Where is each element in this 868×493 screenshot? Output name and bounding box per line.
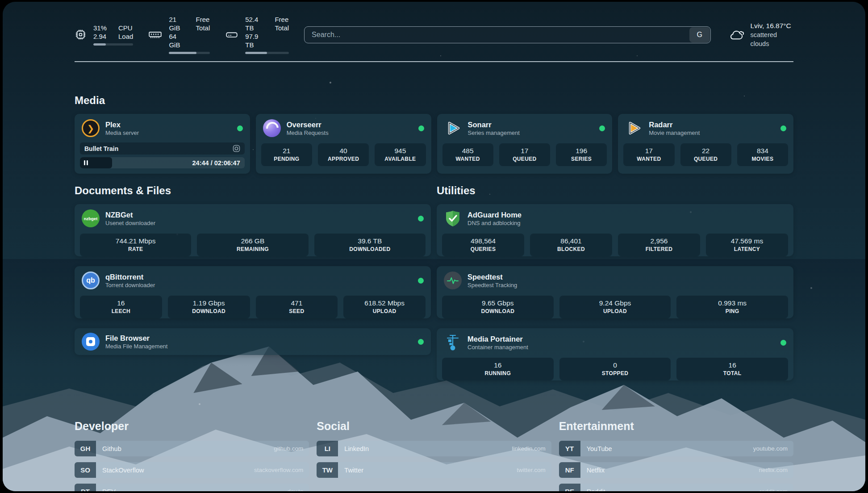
service-name: File Browser (105, 334, 167, 343)
service-card-adguard[interactable]: AdGuard Home DNS and adblocking 498,564 … (437, 204, 793, 256)
stat-box: 17 QUEUED (499, 143, 550, 166)
memory-free-label: Free (196, 15, 210, 24)
service-name: Media Portainer (467, 334, 528, 343)
cpu-load-value: 2.94 (93, 32, 107, 41)
bookmark-name: Twitter (338, 462, 363, 478)
service-card-sonarr[interactable]: Sonarr Series management 485 WANTED 17 Q… (437, 114, 613, 174)
top-bar: 31% 2.94 CPU Load 21 GiB (75, 2, 793, 54)
bookmark-url: linkedin.com (512, 441, 551, 456)
stat-box: 196 SERIES (556, 143, 607, 166)
service-card-speedtest[interactable]: Speedtest Speedtest Tracking 9.65 Gbps D… (437, 266, 793, 318)
bookmark-github[interactable]: GH Github github.com (75, 441, 309, 456)
stat-box: 16 LEECH (80, 296, 162, 318)
service-name: Sonarr (468, 120, 520, 129)
bookmark-name: StackOverflow (96, 462, 144, 478)
service-name: Radarr (649, 120, 700, 129)
bookmark-name: LinkedIn (338, 441, 369, 456)
bookmark-url: stackoverflow.com (254, 462, 309, 478)
bookmark-twitter[interactable]: TW Twitter twitter.com (317, 462, 551, 478)
stat-box: 2,956 FILTERED (618, 234, 700, 256)
radarr-icon (625, 119, 643, 137)
service-subtitle: Torrent downloader (105, 281, 155, 289)
stat-box: 16 RUNNING (442, 358, 554, 380)
stat-box: 834 MOVIES (737, 143, 788, 166)
now-playing-title: Bullet Train (84, 145, 118, 152)
status-dot-online (418, 125, 424, 131)
memory-total-label: Total (196, 24, 210, 32)
bookmark-group-developer: Developer GH Github github.com SO StackO… (75, 420, 309, 491)
service-name: AdGuard Home (467, 210, 522, 219)
stat-box: 1.19 Gbps DOWNLOAD (168, 296, 250, 318)
stat-box: 266 GB REMAINING (197, 234, 308, 256)
stat-box: 498,564 QUERIES (442, 234, 524, 256)
snow-specks (3, 2, 4, 3)
bookmark-name: DEV (96, 484, 116, 491)
disk-free-value: 52.4 TB (245, 15, 263, 32)
search-input[interactable] (304, 26, 711, 43)
plex-now-playing-row: Bullet Train (80, 142, 245, 155)
bookmark-url: youtube.com (753, 441, 793, 456)
service-card-filebrowser[interactable]: File Browser Media File Management (75, 328, 431, 355)
bookmark-group-entertainment: Entertainment YT YouTube youtube.com NF … (559, 420, 793, 491)
memory-progress-bar (169, 52, 210, 54)
service-subtitle: Usenet downloader (105, 219, 155, 227)
cpu-progress-bar (93, 43, 133, 46)
weather-location-temp: Lviv, 16.87°C (750, 21, 793, 30)
adguard-icon (444, 209, 462, 227)
media-cards-row: ❯ Plex Media server Bullet Train (75, 114, 793, 174)
bookmark-abbr: GH (75, 441, 96, 456)
section-title-entertainment: Entertainment (559, 420, 793, 433)
memory-icon (148, 29, 162, 41)
qbittorrent-icon: qb (82, 272, 100, 289)
service-card-nzbget[interactable]: nzbget NZBGet Usenet downloader 744.21 M… (75, 204, 431, 256)
plex-playback-progress-bar: 24:44 / 02:06:47 (80, 157, 245, 168)
bookmark-linkedin[interactable]: LI LinkedIn linkedin.com (317, 441, 551, 456)
cpu-values: 31% 2.94 (93, 24, 107, 41)
stat-box: 39.6 TB DOWNLOADED (314, 234, 426, 256)
service-name: NZBGet (105, 210, 155, 219)
service-card-qbittorrent[interactable]: qb qBittorrent Torrent downloader 16 LEE… (75, 266, 431, 318)
stat-box: 471 SEED (256, 296, 338, 318)
disk-progress-bar (245, 52, 289, 54)
bookmark-reddit[interactable]: RE Reddit reddit.com (559, 484, 793, 491)
playback-elapsed-fill (80, 157, 112, 168)
service-subtitle: Movie management (649, 129, 700, 137)
service-name: qBittorrent (105, 272, 155, 281)
filebrowser-icon (82, 333, 100, 351)
stat-box: 16 TOTAL (676, 358, 788, 380)
section-title-developer: Developer (75, 420, 309, 433)
disk-icon (225, 29, 238, 41)
stat-box: 485 WANTED (442, 143, 493, 166)
bookmark-name: YouTube (580, 441, 612, 456)
sonarr-icon (444, 119, 462, 137)
playback-time: 24:44 / 02:06:47 (192, 157, 240, 168)
service-card-overseerr[interactable]: Overseerr Media Requests 21 PENDING 40 A… (256, 114, 431, 174)
disk-total-label: Total (275, 24, 289, 32)
service-subtitle: Series management (468, 129, 520, 137)
service-name: Overseerr (287, 120, 329, 129)
bookmark-url: dev.to (288, 484, 309, 491)
bookmark-abbr: TW (317, 462, 338, 478)
portainer-icon (444, 334, 462, 351)
cpu-icon (75, 29, 87, 41)
stat-box: 618.52 Mbps UPLOAD (343, 296, 426, 318)
weather-condition: scattered clouds (750, 30, 793, 48)
service-card-radarr[interactable]: Radarr Movie management 17 WANTED 22 QUE… (618, 114, 793, 174)
bookmark-name: Github (96, 441, 121, 456)
bookmark-youtube[interactable]: YT YouTube youtube.com (559, 441, 793, 456)
bookmark-stackoverflow[interactable]: SO StackOverflow stackoverflow.com (75, 462, 309, 478)
bookmark-dev[interactable]: DT DEV dev.to (75, 484, 309, 491)
memory-labels: Free Total (196, 15, 210, 49)
dashboard-screen: 31% 2.94 CPU Load 21 GiB (3, 2, 865, 491)
nzbget-icon: nzbget (82, 209, 100, 227)
cpu-labels: CPU Load (118, 24, 133, 41)
service-card-portainer[interactable]: Media Portainer Container management 16 … (437, 328, 793, 380)
bookmark-group-social: Social LI LinkedIn linkedin.com TW Twitt… (317, 420, 551, 491)
now-playing-view-icon[interactable] (233, 145, 240, 152)
search-provider-button[interactable]: G (689, 27, 710, 42)
bookmark-url: twitter.com (517, 462, 551, 478)
service-card-plex[interactable]: ❯ Plex Media server Bullet Train (75, 114, 250, 174)
bookmark-abbr: YT (559, 441, 580, 456)
cpu-usage-label: CPU (118, 24, 133, 32)
bookmark-netflix[interactable]: NF Netflix netflix.com (559, 462, 793, 478)
